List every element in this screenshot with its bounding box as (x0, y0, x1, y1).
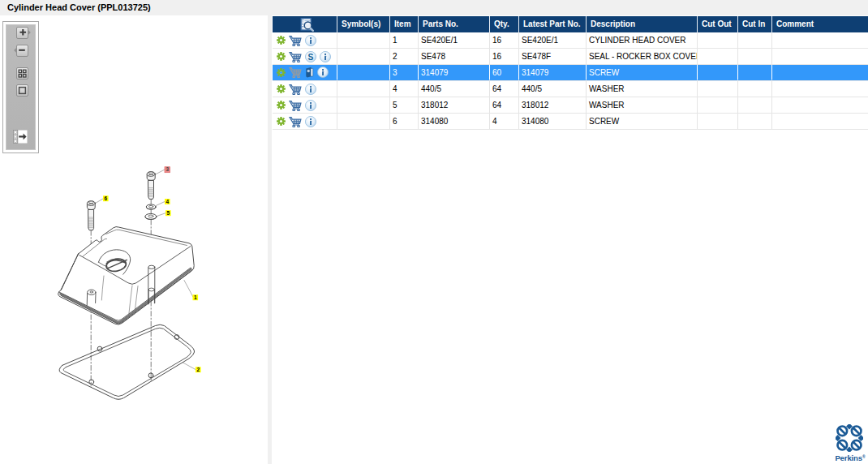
svg-text:4: 4 (165, 199, 169, 204)
svg-text:6: 6 (104, 195, 107, 201)
svg-text:5: 5 (166, 210, 170, 216)
svg-text:1: 1 (194, 294, 197, 300)
svg-text:3: 3 (165, 166, 169, 172)
svg-text:2: 2 (196, 367, 200, 372)
